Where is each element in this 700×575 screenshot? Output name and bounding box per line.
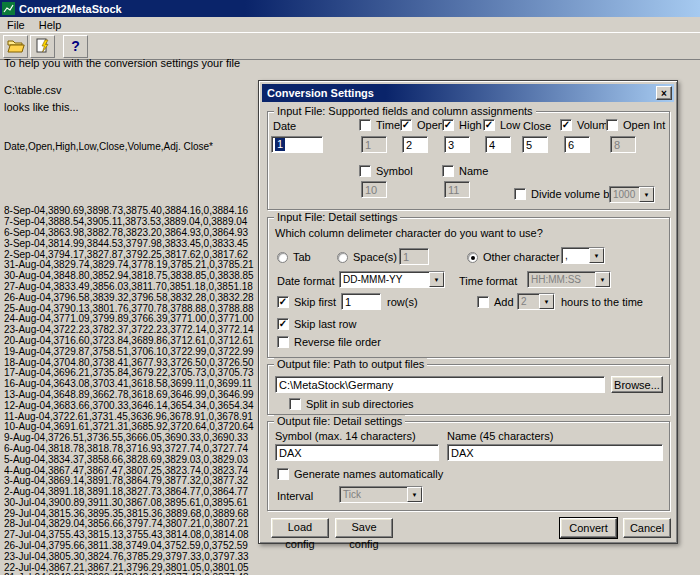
checkbox-box (277, 468, 289, 480)
checkbox-box (359, 119, 371, 131)
app-icon (2, 2, 15, 15)
menu-bar: File Help (0, 17, 700, 32)
convert-button-toolbar[interactable] (30, 35, 55, 58)
radio-circle (467, 252, 478, 263)
open-int-checkbox-label: Open Int (623, 119, 665, 131)
dropdown-arrow-icon: ▼ (539, 294, 554, 309)
dropdown-arrow-icon[interactable]: ▼ (589, 248, 604, 263)
checkbox-box: ✓ (483, 119, 495, 131)
name-checkbox[interactable]: Name (442, 165, 488, 177)
output-symbol-input[interactable] (275, 444, 439, 461)
symbol-checkbox-label: Symbol (376, 165, 413, 177)
open-folder-icon (7, 39, 25, 53)
fields-group-title: Input File: Supported fields and column … (274, 105, 536, 117)
skip-last-row-label: Skip last row (294, 318, 356, 330)
intro-text-2: looks like this... (4, 101, 79, 113)
symbol-checkbox[interactable]: Symbol (359, 165, 413, 177)
output-name-label: Name (45 characters) (447, 430, 553, 442)
interval-label: Interval (277, 490, 313, 502)
split-sub-directories-label: Split in sub directories (306, 398, 414, 410)
checkbox-box: ✓ (277, 296, 289, 308)
open-column-input[interactable] (402, 136, 428, 153)
check-icon: ✓ (485, 120, 493, 130)
load-config-button[interactable]: Load config (271, 518, 329, 538)
dialog-close-button[interactable]: × (656, 86, 672, 100)
checkbox-box (442, 165, 454, 177)
output-symbol-label: Symbol (max. 14 characters) (275, 430, 416, 442)
dialog-title-bar: Conversion Settings × (262, 84, 674, 102)
interval-combo: Tick ▼ (339, 486, 423, 503)
open-int-column-input (610, 136, 636, 153)
output-path-input[interactable] (275, 376, 605, 393)
spaces-count-input (399, 248, 429, 265)
date-column-input[interactable]: 1 (271, 136, 323, 153)
close-column-input[interactable] (522, 136, 548, 153)
check-icon: ✓ (444, 120, 452, 130)
close-column-label: Close (523, 120, 551, 132)
radio-circle (337, 252, 348, 263)
checkbox-box (477, 296, 489, 308)
check-icon: ✓ (279, 319, 287, 329)
name-checkbox-label: Name (459, 165, 488, 177)
menu-file[interactable]: File (0, 18, 32, 32)
spaces-radio-label: Space(s) (353, 251, 397, 263)
high-column-input[interactable] (444, 136, 470, 153)
high-checkbox-label: High (459, 119, 482, 131)
dropdown-arrow-icon[interactable]: ▼ (429, 272, 444, 287)
skip-first-label: Skip first (294, 296, 336, 308)
divide-volume-label: Divide volume by (531, 188, 615, 200)
add-hours-checkbox[interactable]: Add (477, 296, 514, 308)
add-hours-combo: 2 ▼ (517, 293, 555, 310)
rows-label: row(s) (387, 296, 418, 308)
dropdown-arrow-icon: ▼ (639, 187, 654, 202)
other-character-radio-label: Other character (483, 251, 559, 263)
low-checkbox[interactable]: ✓ Low (483, 119, 520, 131)
other-character-radio[interactable]: Other character (467, 251, 559, 263)
other-character-combo[interactable]: , ▼ (561, 247, 605, 264)
reverse-file-order-checkbox[interactable]: Reverse file order (277, 336, 381, 348)
cancel-button[interactable]: Cancel (623, 518, 671, 538)
divide-volume-checkbox[interactable]: Divide volume by (514, 188, 615, 200)
time-format-label: Time format (459, 275, 517, 287)
low-column-input[interactable] (485, 136, 511, 153)
check-icon: ✓ (279, 297, 287, 307)
help-button[interactable]: ? (63, 35, 88, 58)
generate-names-checkbox[interactable]: Generate names automatically (277, 468, 443, 480)
skip-first-rows-input[interactable] (341, 293, 381, 310)
reverse-file-order-label: Reverse file order (294, 336, 381, 348)
tab-radio[interactable]: Tab (277, 251, 311, 263)
name-column-input (444, 181, 470, 198)
time-checkbox-label: Time (376, 119, 400, 131)
symbol-column-input (361, 181, 387, 198)
split-sub-directories-checkbox[interactable]: Split in sub directories (289, 398, 414, 410)
time-checkbox[interactable]: Time (359, 119, 400, 131)
menu-help[interactable]: Help (32, 18, 69, 32)
open-file-button[interactable] (3, 35, 28, 58)
volume-column-input[interactable] (564, 136, 590, 153)
divide-volume-combo: 1000 ▼ (609, 186, 655, 203)
time-format-combo: HH:MM:SS ▼ (527, 271, 611, 288)
skip-first-checkbox[interactable]: ✓ Skip first (277, 296, 336, 308)
checkbox-box (277, 336, 289, 348)
source-file-path: C:\table.csv (4, 84, 61, 96)
spaces-radio[interactable]: Space(s) (337, 251, 397, 263)
selected-text: 1 (275, 138, 285, 151)
check-icon: ✓ (402, 120, 410, 130)
output-name-input[interactable] (447, 444, 663, 461)
tab-radio-label: Tab (293, 251, 311, 263)
open-checkbox[interactable]: ✓ Open (400, 119, 444, 131)
skip-last-row-checkbox[interactable]: ✓ Skip last row (277, 318, 356, 330)
delimiter-question: Which column delimeter character do you … (275, 227, 543, 239)
hours-to-time-label: hours to the time (561, 296, 643, 308)
detail-group-title: Input File: Detail settings (274, 211, 400, 223)
high-checkbox[interactable]: ✓ High (442, 119, 482, 131)
date-format-combo[interactable]: DD-MMM-YY ▼ (339, 271, 445, 288)
combo-value: Tick (340, 487, 407, 502)
save-config-button[interactable]: Save config (335, 518, 393, 538)
browse-button[interactable]: Browse... (611, 376, 663, 393)
window-title: Convert2MetaStock (19, 3, 122, 15)
dropdown-arrow-icon: ▼ (595, 272, 610, 287)
open-int-checkbox[interactable]: Open Int (606, 119, 665, 131)
convert-button[interactable]: Convert (560, 518, 617, 538)
checkbox-box (606, 119, 618, 131)
